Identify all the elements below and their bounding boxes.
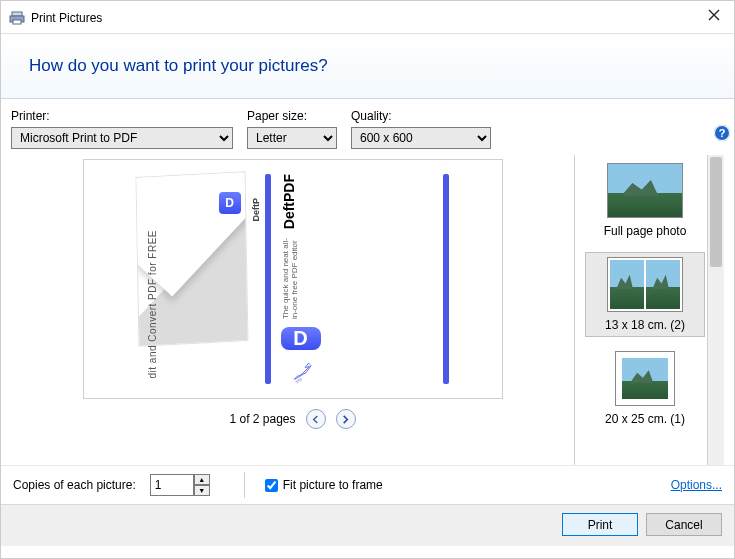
- preview-brand: DeftPDF: [281, 174, 297, 229]
- deft-badge-icon: D: [219, 192, 241, 214]
- layout-13x18[interactable]: 13 x 18 cm. (2): [585, 252, 705, 337]
- quality-label: Quality:: [351, 109, 491, 123]
- pager-text: 1 of 2 pages: [229, 412, 295, 426]
- copies-up-button[interactable]: ▲: [194, 474, 210, 485]
- help-icon[interactable]: ?: [714, 125, 730, 141]
- fit-frame-label: Fit picture to frame: [283, 478, 383, 492]
- quality-select[interactable]: 600 x 600: [351, 127, 491, 149]
- cancel-button[interactable]: Cancel: [646, 513, 722, 536]
- content-area: D dit and Convert PDF for FREE DeftP Def…: [1, 155, 734, 465]
- paper-size-label: Paper size:: [247, 109, 337, 123]
- page-heading: How do you want to print your pictures?: [29, 56, 712, 76]
- layout-label: Full page photo: [587, 224, 703, 238]
- paper-size-select[interactable]: Letter: [247, 127, 337, 149]
- copies-label: Copies of each picture:: [13, 478, 136, 492]
- layout-label: 13 x 18 cm. (2): [588, 318, 702, 332]
- dialog-buttons: Print Cancel: [1, 504, 734, 546]
- printer-label: Printer:: [11, 109, 233, 123]
- print-options: Printer: Microsoft Print to PDF Paper si…: [1, 99, 734, 155]
- preview-bar-right: [443, 174, 449, 384]
- fit-frame-checkbox[interactable]: [265, 479, 278, 492]
- scrollbar-thumb[interactable]: [710, 157, 722, 267]
- preview-box: D dit and Convert PDF for FREE DeftP Def…: [83, 159, 503, 399]
- pager: 1 of 2 pages: [229, 409, 355, 429]
- copies-input[interactable]: [150, 474, 194, 496]
- close-button[interactable]: [706, 7, 722, 23]
- copies-down-button[interactable]: ▼: [194, 485, 210, 496]
- preview-page-right: DeftPDF The quick and neat all-in-one fr…: [265, 174, 425, 384]
- title-bar: Print Pictures: [1, 1, 734, 33]
- print-button[interactable]: Print: [562, 513, 638, 536]
- hand-plane-icon: [281, 358, 325, 384]
- header: How do you want to print your pictures?: [1, 33, 734, 99]
- layout-scrollbar[interactable]: [707, 155, 724, 465]
- options-link[interactable]: Options...: [671, 478, 722, 492]
- preview-tagline: The quick and neat all-in-one free PDF e…: [281, 237, 299, 319]
- layout-label: 20 x 25 cm. (1): [587, 412, 703, 426]
- next-page-button[interactable]: [336, 409, 356, 429]
- window-title: Print Pictures: [31, 11, 102, 25]
- preview-side-small: DeftP: [251, 198, 261, 222]
- printer-select[interactable]: Microsoft Print to PDF: [11, 127, 233, 149]
- deft-logo-icon: D: [281, 327, 321, 350]
- printer-icon: [9, 10, 25, 26]
- preview-page-left: D dit and Convert PDF for FREE DeftP: [137, 174, 247, 384]
- layout-list: Full page photo 13 x 18 cm. (2) 20 x 25 …: [575, 155, 707, 465]
- layout-full-page[interactable]: Full page photo: [585, 159, 705, 242]
- svg-rect-2: [13, 20, 21, 24]
- preview-pane: D dit and Convert PDF for FREE DeftP Def…: [11, 155, 575, 465]
- prev-page-button[interactable]: [306, 409, 326, 429]
- preview-side-text: dit and Convert PDF for FREE: [147, 230, 158, 379]
- svg-rect-0: [12, 12, 22, 16]
- copies-spinner: ▲ ▼: [150, 474, 210, 496]
- bottom-options: Copies of each picture: ▲ ▼ Fit picture …: [1, 465, 734, 504]
- layout-20x25[interactable]: 20 x 25 cm. (1): [585, 347, 705, 430]
